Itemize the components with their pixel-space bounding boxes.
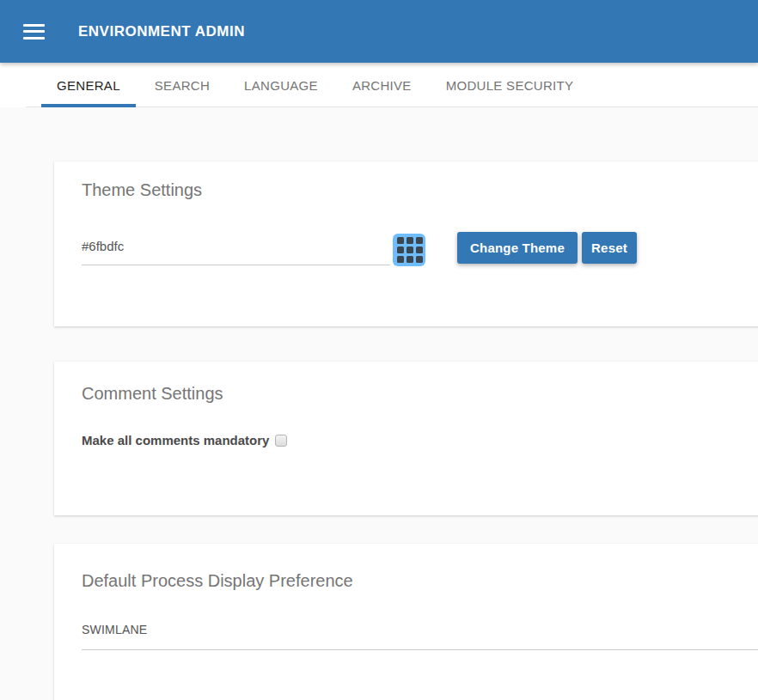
color-picker-grid-icon[interactable]: [393, 234, 425, 266]
tab-bar: GENERAL SEARCH LANGUAGE ARCHIVE MODULE S…: [0, 63, 758, 107]
change-theme-button[interactable]: Change Theme: [457, 232, 578, 264]
tab-language[interactable]: LANGUAGE: [229, 63, 333, 107]
reset-theme-button[interactable]: Reset: [582, 232, 637, 264]
theme-color-input[interactable]: [82, 239, 390, 265]
app-title: ENVIRONMENT ADMIN: [78, 23, 245, 40]
comment-settings-card: Comment Settings Make all comments manda…: [54, 362, 758, 515]
display-preference-card: Default Process Display Preference SWIML…: [54, 544, 758, 700]
theme-settings-card: Theme Settings Change Theme Reset: [54, 161, 758, 326]
tab-general[interactable]: GENERAL: [41, 63, 136, 107]
tab-archive[interactable]: ARCHIVE: [337, 63, 427, 107]
display-preference-select[interactable]: SWIMLANE: [82, 623, 758, 650]
app-header: ENVIRONMENT ADMIN: [0, 0, 758, 63]
mandatory-comments-checkbox[interactable]: [275, 435, 287, 447]
comment-settings-title: Comment Settings: [82, 384, 223, 404]
theme-settings-title: Theme Settings: [82, 180, 202, 200]
tab-search[interactable]: SEARCH: [139, 63, 225, 107]
hamburger-menu-icon[interactable]: [23, 24, 45, 40]
display-preference-title: Default Process Display Preference: [82, 571, 353, 591]
mandatory-comments-label: Make all comments mandatory: [82, 433, 269, 447]
tab-module-security[interactable]: MODULE SECURITY: [431, 63, 590, 107]
mandatory-comments-row: Make all comments mandatory: [82, 433, 287, 447]
